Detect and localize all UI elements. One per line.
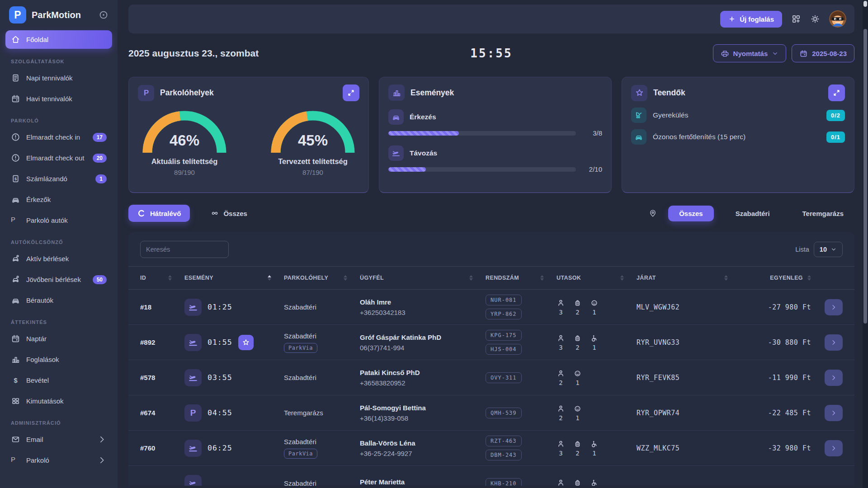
tasks-card: Teendők Gyerekülés 0/2 Ózonos fertőtlení… [622,77,854,193]
column-header[interactable]: JÁRAT [637,275,741,281]
column-header[interactable]: PARKOLÓHELY [284,275,360,281]
plane-landing-icon [184,440,202,457]
sidebar-item[interactable]: Napi tennivalók [5,69,112,87]
passenger-count: 1 [590,440,599,457]
apps-grid-icon[interactable] [791,14,801,24]
column-header[interactable]: RENDSZÁM [486,275,557,281]
sidebar-item[interactable]: Elmaradt check in 17 [5,128,112,146]
sidebar-item-badge: 20 [93,154,107,163]
license-plate: DBM-243 [486,450,522,460]
row-open-button[interactable] [825,299,843,315]
progress-count: 2/10 [582,165,602,173]
gauge-percent: 46% [138,132,231,149]
expand-button[interactable] [828,84,845,101]
column-header[interactable]: EGYENLEG [741,275,811,281]
sidebar-item-label: Parkoló autók [26,216,68,224]
sidebar-item[interactable]: P Parkoló [5,451,112,469]
task-item: Gyerekülés 0/2 [631,108,845,123]
location-tab[interactable]: Összes [668,206,714,221]
sidebar-item[interactable]: Aktív bérlések [5,249,112,268]
calendar-icon [799,49,808,58]
date-picker-button[interactable]: 2025-08-23 [792,44,854,62]
sidebar-item[interactable]: Email [5,430,112,449]
sidebar-item[interactable]: Jövőbeni bérlések 50 [5,270,112,289]
chevron-down-icon [772,50,778,57]
carkey-icon [11,254,20,263]
sort-arrows-icon [807,275,811,281]
table-row: #674 P 04:55 Teremgarázs Pál-Somogyi Bet… [128,395,854,431]
new-booking-button[interactable]: Új foglalás [720,11,782,28]
column-header[interactable]: ESEMÉNY [184,275,284,281]
card-title: Események [410,88,454,98]
sidebar-section-label: PARKOLÓ [5,110,112,126]
sidebar-item[interactable]: $ Számlázandó 1 [5,169,112,188]
status-filter-chip[interactable]: Hátralévő [128,205,190,222]
sidebar-item[interactable]: Naptár [5,329,112,348]
column-header[interactable]: UTASOK [557,275,637,281]
row-open-button[interactable] [825,440,843,456]
cal-icon [11,94,20,103]
person-icon [557,479,565,486]
flight-number: RYR_UVNG33 [637,338,741,347]
sidebar-item[interactable]: Kimutatások [5,392,112,410]
scrollbar-thumb[interactable] [863,29,867,324]
sidebar-section: SZOLGÁLTATÁSOK Napi tennivalók Havi tenn… [5,51,112,108]
print-button[interactable]: Nyomtatás [713,44,787,62]
sidebar-item[interactable]: Érkezők [5,190,112,209]
row-open-button[interactable] [825,334,843,351]
event-time: 01:55 [208,338,232,347]
sidebar-item[interactable]: Főoldal [5,30,112,49]
column-header[interactable]: ID [140,275,184,281]
dollar-icon: $ [11,375,20,385]
person-icon [557,334,565,343]
location-tab[interactable]: Szabadtéri [725,206,781,221]
sidebar-item-label: Jövőbeni bérlések [26,276,81,283]
cal-icon [11,334,20,343]
svg-text:$: $ [14,377,17,384]
gauge-count: 87/190 [266,169,359,176]
user-avatar[interactable] [829,10,846,28]
sort-arrows-icon [344,275,360,281]
sidebar-item[interactable]: $ Bevétel [5,371,112,389]
status-filter-chip[interactable]: Összes [202,205,256,222]
page-header: 2025 augusztus 23., szombat 15:55 Nyomta… [128,42,854,64]
parking-icon: P [138,85,154,101]
task-label: Gyerekülés [653,111,820,119]
passenger-count: 3 [557,334,565,351]
page-size-select[interactable]: 10 [814,242,843,257]
sidebar-section: ADMINISZTRÁCIÓ Email P Parkoló [5,413,112,469]
page-scrollbar[interactable] [863,0,868,488]
event-label: Érkezés [410,113,436,121]
sidebar-item[interactable]: Havi tennivalók [5,89,112,108]
wheelchair-icon [590,334,599,343]
expand-button[interactable] [343,84,359,101]
sidebar-item-label: Naptár [26,335,47,343]
sidebar-item[interactable]: Elmaradt check out 20 [5,149,112,167]
customer-phone: +36(14)339-058 [360,414,486,422]
sort-arrows-icon [724,275,741,281]
sidebar-item-label: Bevétel [26,376,49,384]
sidebar-item-label: Parkoló [26,456,49,464]
theme-sun-icon[interactable] [810,14,820,24]
topbar: Új foglalás [128,5,854,33]
sidebar-item-label: Aktív bérlések [26,255,69,263]
search-input[interactable] [140,241,229,258]
license-plate: NUR-081 [486,295,522,305]
card-title: Teendők [653,88,685,98]
sidebar-item[interactable]: Bérautók [5,291,112,310]
main-content: Új foglalás 2025 augusztus 23., szombat … [118,0,868,486]
row-open-button[interactable] [825,370,843,386]
scrollbar-top-segment[interactable] [863,1,867,7]
license-plate: YRP-862 [486,309,522,319]
parking-place: Teremgarázs [284,409,360,417]
column-header[interactable]: ÜGYFÉL [360,275,486,281]
location-tab[interactable]: Teremgarázs [792,206,854,221]
sidebar-collapse-icon[interactable] [99,10,108,20]
sidebar-item[interactable]: P Parkoló autók [5,211,112,230]
passenger-count [573,479,582,486]
event-progress: Távozás 2/10 [388,145,602,173]
sidebar-item-label: Elmaradt check out [26,154,84,162]
row-open-button[interactable] [825,405,843,421]
sidebar-item[interactable]: Foglalások [5,350,112,369]
customer-phone: +36583820952 [360,379,486,387]
